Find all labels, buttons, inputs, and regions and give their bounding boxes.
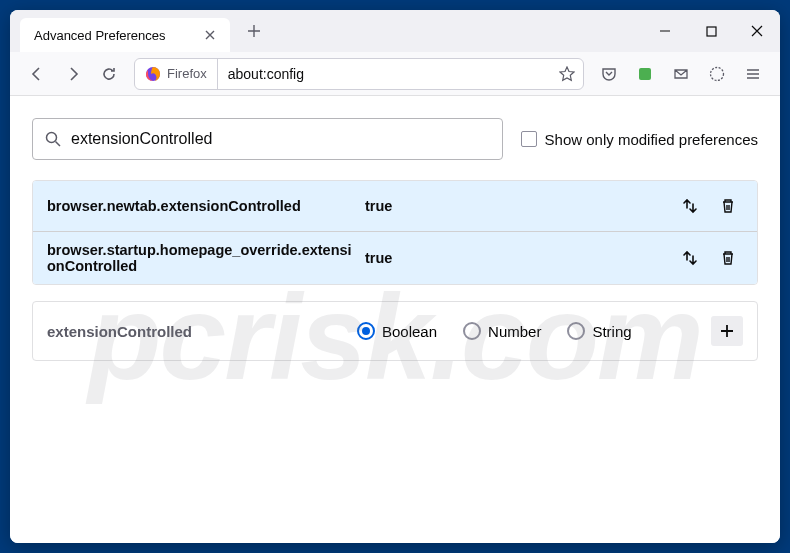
minimize-button[interactable] [642,10,688,52]
reload-button[interactable] [92,57,126,91]
pref-name: browser.startup.homepage_override.extens… [47,242,357,274]
radio-label: String [592,323,631,340]
trash-icon[interactable] [713,243,743,273]
new-pref-row: extensionControlled Boolean Number Strin… [32,301,758,361]
radio-string[interactable]: String [567,322,631,340]
add-button[interactable] [711,316,743,346]
pocket-icon[interactable] [592,57,626,91]
toggle-icon[interactable] [675,243,705,273]
checkbox-icon [521,131,537,147]
nav-toolbar: Firefox about:config [10,52,780,96]
radio-icon [357,322,375,340]
svg-point-4 [47,133,57,143]
checkbox-label: Show only modified preferences [545,131,758,148]
titlebar: Advanced Preferences [10,10,780,52]
maximize-button[interactable] [688,10,734,52]
radio-number[interactable]: Number [463,322,541,340]
svg-rect-2 [639,68,651,80]
trash-icon[interactable] [713,191,743,221]
window-controls [642,10,780,52]
mail-icon[interactable] [664,57,698,91]
pref-value: true [357,198,675,214]
about-config-content: pcrisk.com Show only modified preference… [10,96,780,543]
preferences-table: browser.newtab.extensionControlled true … [32,180,758,285]
search-input[interactable] [71,130,490,148]
pref-actions [675,243,743,273]
search-icon [45,131,61,147]
forward-button[interactable] [56,57,90,91]
radio-label: Number [488,323,541,340]
pref-name: browser.newtab.extensionControlled [47,198,357,214]
table-row: browser.startup.homepage_override.extens… [33,231,757,284]
pref-value: true [357,250,675,266]
browser-window: Advanced Preferences Firefox about:confi… [10,10,780,543]
account-icon[interactable] [700,57,734,91]
tab-active[interactable]: Advanced Preferences [20,18,230,52]
menu-button[interactable] [736,57,770,91]
radio-icon [567,322,585,340]
extension-icon[interactable] [628,57,662,91]
radio-boolean[interactable]: Boolean [357,322,437,340]
url-text: about:config [218,66,551,82]
radio-label: Boolean [382,323,437,340]
radio-icon [463,322,481,340]
type-radio-group: Boolean Number String [357,322,711,340]
window-close-button[interactable] [734,10,780,52]
identity-label: Firefox [167,66,207,81]
url-bar[interactable]: Firefox about:config [134,58,584,90]
table-row: browser.newtab.extensionControlled true [33,181,757,231]
svg-point-3 [711,67,724,80]
search-row: Show only modified preferences [32,118,758,160]
tab-close-icon[interactable] [200,25,220,45]
pref-actions [675,191,743,221]
back-button[interactable] [20,57,54,91]
new-tab-button[interactable] [240,17,268,45]
svg-rect-0 [707,27,716,36]
bookmark-star-icon[interactable] [551,58,583,90]
identity-box[interactable]: Firefox [135,59,218,89]
search-box[interactable] [32,118,503,160]
show-modified-checkbox[interactable]: Show only modified preferences [521,131,758,148]
firefox-logo-icon [145,66,161,82]
tab-title: Advanced Preferences [34,28,200,43]
toggle-icon[interactable] [675,191,705,221]
new-pref-name: extensionControlled [47,323,357,340]
